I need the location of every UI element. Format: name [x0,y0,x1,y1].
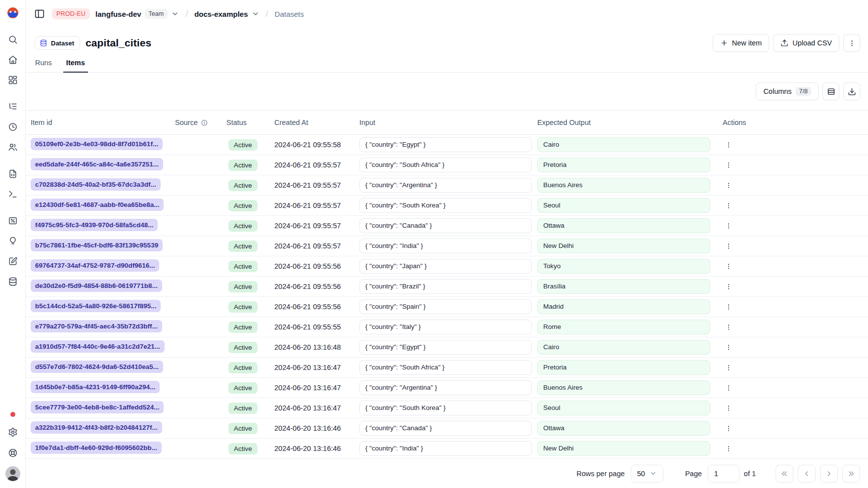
item-id-link[interactable]: e12430df-5e81-4687-aabb-f0ea65be8a... [31,199,164,211]
sidebar-toggle-button[interactable] [33,7,46,21]
input-value[interactable]: { "country": "South Korea" } [359,198,532,213]
input-value[interactable]: { "country": "Spain" } [359,299,532,314]
next-page-button[interactable] [820,465,838,483]
row-actions-menu-button[interactable] [723,280,735,293]
avatar[interactable] [5,466,20,481]
expected-output-value[interactable]: Pretoria [537,360,710,375]
last-page-button[interactable] [842,465,860,483]
expected-output-value[interactable]: Rome [537,320,710,334]
row-actions-menu-button[interactable] [723,138,735,151]
langfuse-logo[interactable] [6,6,19,19]
tracing-icon[interactable] [5,99,20,114]
column-header-input[interactable]: Input [359,119,537,126]
row-actions-menu-button[interactable] [723,199,735,212]
expected-output-value[interactable]: Seoul [537,198,710,213]
row-actions-menu-button[interactable] [723,179,735,192]
item-id-link[interactable]: e779a270-579a-4f45-aec4-35b72d3bff... [31,320,162,332]
dashboards-icon[interactable] [5,73,20,87]
input-value[interactable]: { "country": "Egypt" } [359,137,532,152]
input-value[interactable]: { "country": "South Korea" } [359,401,532,415]
column-header-expected-output[interactable]: Expected Output [537,119,717,126]
expected-output-value[interactable]: Seoul [537,401,710,415]
expected-output-value[interactable]: Ottawa [537,218,710,233]
row-height-button[interactable] [823,82,839,100]
item-id-link[interactable]: a1910d57-7f84-440c-9e46-a31c2d7e21... [31,340,165,353]
item-id-link[interactable]: de30d2e0-f5d9-4854-88b6-0619771b8... [31,280,162,292]
row-actions-menu-button[interactable] [723,260,735,273]
input-value[interactable]: { "country": "Brazil" } [359,279,532,294]
row-actions-menu-button[interactable] [723,341,735,354]
evaluation-icon[interactable] [5,213,20,228]
input-value[interactable]: { "country": "South Africa" } [359,360,532,375]
input-value[interactable]: { "country": "India" } [359,441,532,456]
row-actions-menu-button[interactable] [723,159,735,171]
input-value[interactable]: { "country": "India" } [359,239,532,253]
row-actions-menu-button[interactable] [723,300,735,313]
column-header-source[interactable]: Source [175,119,226,126]
sessions-icon[interactable] [5,120,20,134]
input-value[interactable]: { "country": "Italy" } [359,320,532,334]
expected-output-value[interactable]: Ottawa [537,421,710,436]
expected-output-value[interactable]: Madrid [537,299,710,314]
column-header-item-id[interactable]: Item id [31,119,175,126]
row-actions-menu-button[interactable] [723,442,735,455]
item-id-link[interactable]: 1d45b0e7-b85a-4231-9149-6ff90a294... [31,381,160,393]
expected-output-value[interactable]: Cairo [537,340,710,355]
tab-runs[interactable]: Runs [32,54,55,73]
org-switcher[interactable]: langfuse-dev Team [95,9,179,19]
expected-output-value[interactable]: Brasília [537,279,710,294]
row-actions-menu-button[interactable] [723,402,735,414]
input-value[interactable]: { "country": "Argentina" } [359,178,532,193]
settings-icon[interactable] [5,425,20,440]
prompts-icon[interactable] [5,166,20,181]
input-value[interactable]: { "country": "South Africa" } [359,158,532,172]
expected-output-value[interactable]: Buenos Aires [537,178,710,193]
export-button[interactable] [843,82,860,100]
item-id-link[interactable]: eed5dafe-244f-465c-a84c-4a6e357251... [31,158,163,170]
rows-per-page-select[interactable]: 50 [631,465,663,483]
expected-output-value[interactable]: New Delhi [537,239,710,253]
expected-output-value[interactable]: Pretoria [537,158,710,172]
columns-button[interactable]: Columns 7/8 [756,82,819,100]
users-icon[interactable] [5,140,20,155]
header-more-actions-button[interactable] [843,34,860,52]
item-id-link[interactable]: d557e7d6-7802-4624-9da6-52d410ea5... [31,361,163,373]
judge-icon[interactable] [5,234,20,248]
item-id-link[interactable]: c702838d-24d5-40a2-bf35-67dc3a3df... [31,178,161,191]
row-actions-menu-button[interactable] [723,422,735,435]
item-id-link[interactable]: 5cee7779-3e00-4eb8-be8c-1affedd524... [31,401,164,413]
row-actions-menu-button[interactable] [723,381,735,394]
search-icon[interactable] [5,32,20,47]
input-value[interactable]: { "country": "Japan" } [359,259,532,274]
datasets-icon[interactable] [5,274,20,289]
previous-page-button[interactable] [798,465,816,483]
input-value[interactable]: { "country": "Egypt" } [359,340,532,355]
input-value[interactable]: { "country": "Argentina" } [359,380,532,395]
item-id-link[interactable]: b5c144cd-52a5-4a80-926e-58617f895... [31,300,161,312]
home-icon[interactable] [5,52,20,67]
playground-icon[interactable] [5,187,20,202]
upload-csv-button[interactable]: Upload CSV [773,34,839,52]
item-id-link[interactable]: a322b319-9412-4f43-b8f2-b20484127f... [31,421,162,434]
column-header-created-at[interactable]: Created At [274,119,359,126]
page-number-input[interactable] [708,465,739,483]
row-actions-menu-button[interactable] [723,321,735,333]
item-id-link[interactable]: 05109ef0-2e3b-4e03-98dd-8f7d01b61f... [31,138,163,150]
expected-output-value[interactable]: New Delhi [537,441,710,456]
annotation-icon[interactable] [5,254,20,269]
input-value[interactable]: { "country": "Canada" } [359,218,532,233]
row-actions-menu-button[interactable] [723,240,735,252]
row-actions-menu-button[interactable] [723,219,735,232]
row-actions-menu-button[interactable] [723,361,735,374]
first-page-button[interactable] [776,465,793,483]
support-icon[interactable] [5,446,20,460]
project-switcher[interactable]: docs-examples [194,10,259,18]
item-id-link[interactable]: 1f0e7da1-dbff-4e60-929d-f6095602bb... [31,442,162,454]
item-id-link[interactable]: 69764737-34af-4752-9787-d90df9616... [31,259,159,272]
new-item-button[interactable]: New item [713,34,769,52]
expected-output-value[interactable]: Buenos Aires [537,380,710,395]
item-id-link[interactable]: f4975c95-5fc3-4939-970d-58fa5cd48... [31,219,158,231]
input-value[interactable]: { "country": "Canada" } [359,421,532,436]
item-id-link[interactable]: b75c7861-1fbe-45cf-bdf6-83f139c95539 [31,239,163,251]
tab-items[interactable]: Items [63,54,88,73]
